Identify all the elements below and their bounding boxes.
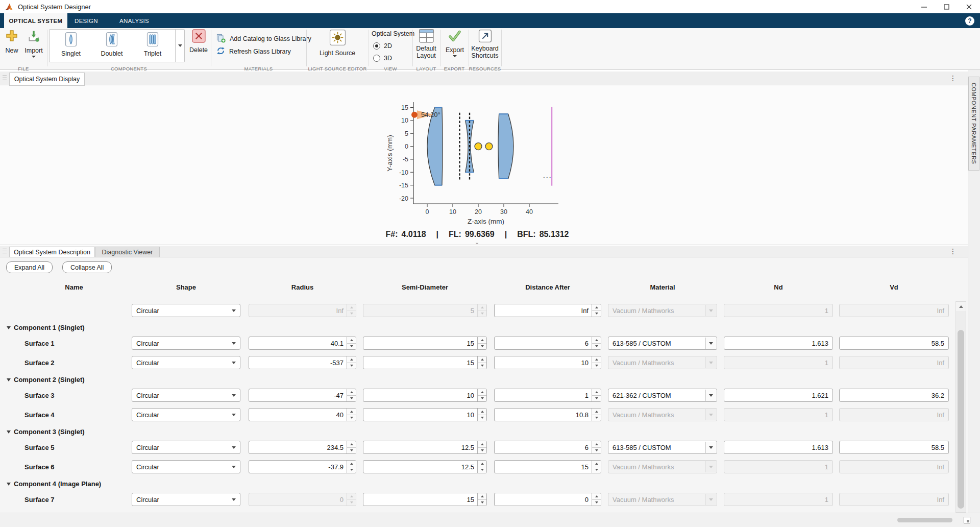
import-button[interactable]: Import — [22, 29, 45, 58]
spin-down-icon[interactable] — [478, 396, 486, 402]
spin-up-icon[interactable] — [478, 493, 486, 500]
light-source-button[interactable]: Light Source — [316, 29, 359, 57]
scroll-up-button[interactable] — [956, 302, 966, 311]
shape-select[interactable]: Circular — [132, 304, 240, 317]
spinner[interactable] — [477, 389, 486, 401]
spin-up-icon[interactable] — [347, 409, 356, 415]
spinner[interactable] — [592, 441, 601, 453]
doublet-button[interactable]: Doublet — [91, 32, 132, 57]
spinner[interactable] — [592, 389, 601, 401]
spin-up-icon[interactable] — [478, 409, 486, 415]
optical-layout-plot[interactable]: 151050-5-10-15-20010203040Z-axis (mm)Y-a… — [372, 95, 596, 231]
spin-up-icon[interactable] — [592, 461, 601, 467]
spin-down-icon[interactable] — [347, 363, 356, 369]
spin-up-icon[interactable] — [347, 389, 356, 396]
radius-input[interactable]: 40 — [249, 408, 356, 421]
radio-3d[interactable]: 3D — [373, 55, 392, 62]
spin-down-icon[interactable] — [478, 500, 486, 506]
distance-after-input[interactable]: Inf — [494, 304, 601, 317]
spin-up-icon[interactable] — [592, 356, 601, 363]
singlet-button[interactable]: Singlet — [51, 32, 91, 57]
spin-up-icon[interactable] — [347, 461, 356, 467]
horizontal-scrollbar-thumb[interactable] — [897, 518, 952, 522]
spin-down-icon[interactable] — [347, 396, 356, 402]
shape-select[interactable]: Circular — [132, 337, 240, 350]
spin-up-icon[interactable] — [347, 356, 356, 363]
tab-analysis[interactable]: ANALYSIS — [111, 13, 157, 28]
splitter-handle-icon[interactable]: ⌄ — [475, 239, 479, 246]
vd-input[interactable]: 36.2 — [839, 389, 949, 402]
dropdown-button[interactable] — [705, 390, 716, 401]
spin-down-icon[interactable] — [347, 344, 356, 350]
semi-diameter-input[interactable]: 12.5 — [363, 460, 487, 473]
spin-down-icon[interactable] — [478, 448, 486, 454]
semi-diameter-input[interactable]: 15 — [363, 493, 487, 506]
radius-input[interactable]: -537 — [249, 356, 356, 369]
spinner[interactable] — [477, 337, 486, 349]
minimize-button[interactable] — [913, 0, 935, 13]
spinner[interactable] — [592, 493, 601, 506]
collapse-all-button[interactable]: Collapse All — [62, 261, 112, 273]
spin-down-icon[interactable] — [592, 415, 601, 421]
radius-input[interactable]: 40.1 — [249, 337, 356, 350]
spin-up-icon[interactable] — [592, 389, 601, 396]
spinner[interactable] — [592, 356, 601, 369]
spinner[interactable] — [347, 441, 356, 453]
semi-diameter-input[interactable]: 10 — [363, 389, 487, 402]
spin-up-icon[interactable] — [347, 441, 356, 448]
dropdown-button[interactable] — [705, 338, 716, 349]
spinner[interactable] — [477, 409, 486, 421]
spinner[interactable] — [477, 461, 486, 473]
spin-down-icon[interactable] — [478, 415, 486, 421]
distance-after-input[interactable]: 6 — [494, 337, 601, 350]
spin-down-icon[interactable] — [347, 448, 356, 454]
radius-input[interactable]: 234.5 — [249, 441, 356, 454]
tab-optical-system-display[interactable]: Optical System Display — [9, 73, 85, 86]
tab-design[interactable]: DESIGN — [68, 13, 104, 28]
material-select[interactable]: 621-362 / CUSTOM — [608, 389, 717, 402]
dock-corner-icon[interactable] — [964, 517, 970, 523]
radius-input[interactable]: -37.9 — [249, 460, 356, 473]
spin-down-icon[interactable] — [592, 396, 601, 402]
tab-diagnostic-viewer[interactable]: Diagnostic Viewer — [95, 247, 160, 257]
shape-select[interactable]: Circular — [132, 389, 240, 402]
dropdown-button[interactable] — [705, 442, 716, 453]
vd-input[interactable]: 58.5 — [839, 337, 949, 350]
panel-menu-icon[interactable]: ⋮ — [949, 76, 957, 81]
vertical-scrollbar[interactable] — [955, 301, 966, 513]
refresh-glass-library-button[interactable]: Refresh Glass Library — [216, 47, 291, 56]
gallery-expand-button[interactable] — [175, 30, 184, 62]
shape-select[interactable]: Circular — [132, 460, 240, 473]
spin-down-icon[interactable] — [478, 467, 486, 473]
spin-up-icon[interactable] — [592, 337, 601, 344]
spinner[interactable] — [592, 337, 601, 349]
shape-select[interactable]: Circular — [132, 408, 240, 421]
panel-splitter[interactable] — [0, 245, 968, 245]
spin-down-icon[interactable] — [347, 467, 356, 473]
shape-select[interactable]: Circular — [132, 356, 240, 369]
tab-optical-system[interactable]: OPTICAL SYSTEM — [4, 13, 67, 28]
radio-2d[interactable]: 2D — [373, 42, 392, 50]
expander-icon[interactable] — [7, 430, 11, 434]
new-button[interactable]: New — [2, 29, 21, 54]
material-select[interactable]: 613-585 / CUSTOM — [608, 441, 717, 454]
expander-icon[interactable] — [7, 483, 11, 486]
panel-menu-icon[interactable]: ⋮ — [949, 249, 957, 254]
maximize-button[interactable] — [935, 0, 958, 13]
keyboard-shortcuts-button[interactable]: Keyboard Shortcuts — [470, 29, 500, 59]
radius-input[interactable]: -47 — [249, 389, 356, 402]
spin-up-icon[interactable] — [592, 493, 601, 500]
spin-up-icon[interactable] — [592, 304, 601, 311]
distance-after-input[interactable]: 10 — [494, 356, 601, 369]
nd-input[interactable]: 1.613 — [724, 441, 833, 454]
spin-up-icon[interactable] — [347, 337, 356, 344]
spin-down-icon[interactable] — [478, 344, 486, 350]
distance-after-input[interactable]: 10.8 — [494, 408, 601, 421]
add-catalog-button[interactable]: Add Catalog to Glass Library — [216, 34, 311, 43]
spin-up-icon[interactable] — [592, 441, 601, 448]
spin-down-icon[interactable] — [592, 363, 601, 369]
tab-optical-system-description[interactable]: Optical System Description — [9, 247, 95, 257]
close-button[interactable] — [958, 0, 980, 13]
vd-input[interactable]: 58.5 — [839, 441, 949, 454]
spin-down-icon[interactable] — [592, 311, 601, 317]
